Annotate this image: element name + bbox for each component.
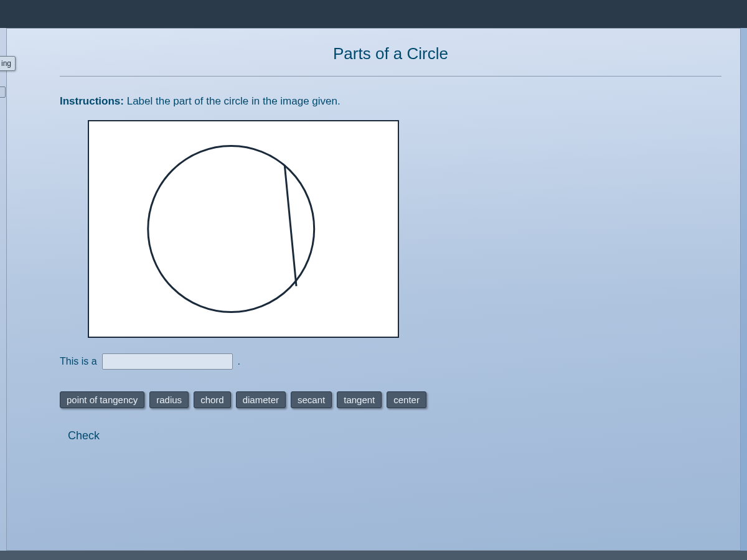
sidebar-tab-small[interactable] <box>0 86 6 98</box>
sidebar-tabs: ing <box>0 56 16 98</box>
sidebar-tab-ing[interactable]: ing <box>0 56 16 71</box>
instructions-text: Label the part of the circle in the imag… <box>124 95 341 107</box>
answer-row: This is a . <box>60 353 721 370</box>
option-center[interactable]: center <box>387 391 426 408</box>
page-title: Parts of a Circle <box>333 44 448 63</box>
title-row: Parts of a Circle <box>60 44 721 77</box>
circle-figure <box>88 120 399 338</box>
option-secant[interactable]: secant <box>291 391 332 408</box>
option-tangent[interactable]: tangent <box>337 391 382 408</box>
circle-diagram-svg <box>89 121 398 337</box>
answer-suffix: . <box>238 356 240 367</box>
option-chord[interactable]: chord <box>194 391 231 408</box>
instructions-line: Instructions: Label the part of the circ… <box>60 95 721 108</box>
option-radius[interactable]: radius <box>149 391 189 408</box>
option-point-of-tangency[interactable]: point of tangency <box>60 391 144 408</box>
content-area: Parts of a Circle Instructions: Label th… <box>6 28 741 551</box>
circle-outline <box>148 146 314 312</box>
chord-line <box>284 165 296 286</box>
answer-input[interactable] <box>102 353 233 370</box>
answer-prefix: This is a <box>60 356 97 367</box>
options-row: point of tangency radius chord diameter … <box>60 391 721 408</box>
instructions-label: Instructions: <box>60 95 124 107</box>
option-diameter[interactable]: diameter <box>236 391 286 408</box>
check-button[interactable]: Check <box>63 427 105 445</box>
